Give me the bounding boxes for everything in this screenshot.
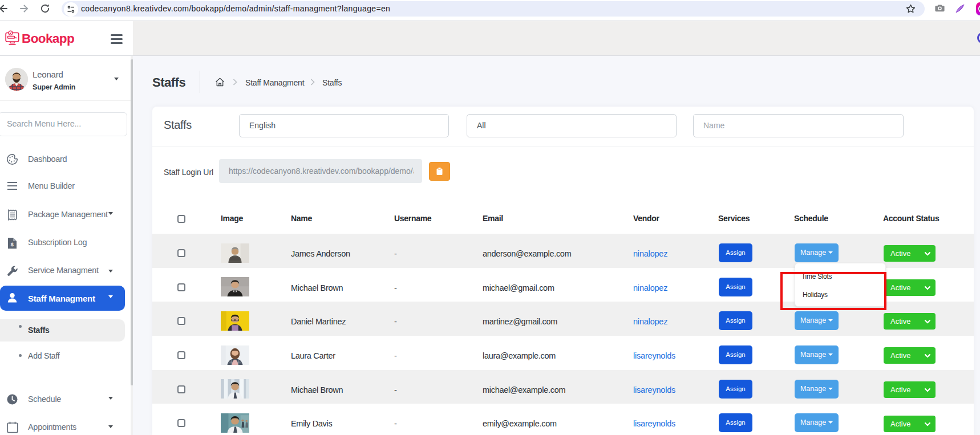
svg-text:$: $	[11, 242, 14, 247]
